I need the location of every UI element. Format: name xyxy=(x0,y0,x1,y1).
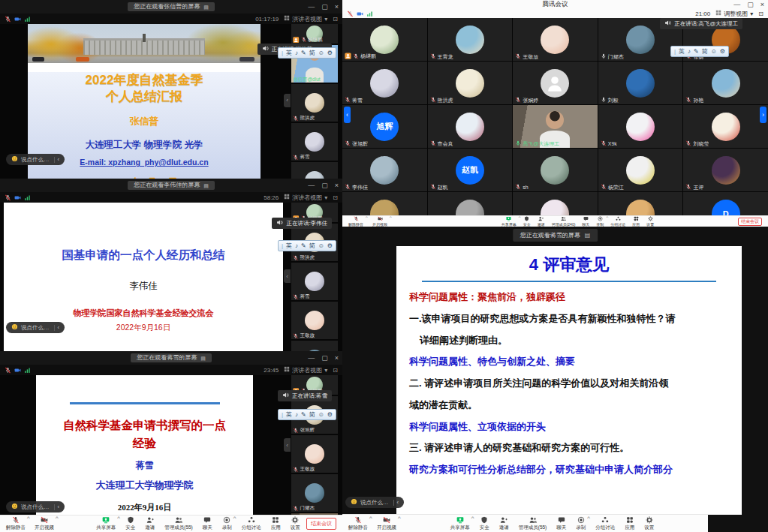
participant-cell[interactable]: D xyxy=(683,192,768,216)
ime-item[interactable]: ☺ xyxy=(318,411,324,418)
settings-button[interactable]: 设置 xyxy=(644,516,654,531)
participant-cell[interactable] xyxy=(428,192,513,216)
filmstrip-thumb[interactable]: 门耀杰 xyxy=(291,474,338,512)
participant-cell[interactable]: 王敬放 xyxy=(513,18,598,61)
ime-item[interactable]: ⚙ xyxy=(327,50,333,56)
screen-share-tab[interactable]: 您正在观看蒋雪的屏幕 ▤ xyxy=(513,229,598,242)
breakout-rooms-button[interactable]: 分组讨论 xyxy=(610,216,625,227)
participant-cell[interactable]: 赵凯赵凯 xyxy=(428,149,513,191)
participant-cell[interactable]: 旭辉张旭辉 xyxy=(342,105,427,148)
ime-item[interactable]: ⚙ xyxy=(720,48,725,55)
share-screen-button[interactable]: 共享屏幕^ xyxy=(450,516,470,531)
participant-cell[interactable]: sh xyxy=(513,149,598,191)
filmstrip-thumb[interactable]: 王敬放 xyxy=(291,302,338,339)
ime-item[interactable]: 简 xyxy=(702,47,708,56)
fullscreen-icon[interactable]: ⊡ xyxy=(333,16,338,23)
record-button[interactable]: 录制^ xyxy=(222,516,232,531)
mute-button[interactable]: 解除静音^ xyxy=(348,516,368,531)
record-button[interactable]: 录制^ xyxy=(576,516,586,531)
fullscreen-icon[interactable]: ⊡ xyxy=(758,11,763,17)
ime-item[interactable]: ☺ xyxy=(318,242,324,249)
filmstrip-collapse-button[interactable]: ‹ xyxy=(284,269,291,283)
participant-cell[interactable] xyxy=(342,192,427,216)
mute-button[interactable]: 解除静音^ xyxy=(6,516,26,531)
close-button[interactable]: × xyxy=(335,355,339,362)
invite-button[interactable]: 邀请 xyxy=(538,216,545,227)
mute-button[interactable]: 解除静音^ xyxy=(348,216,363,227)
ime-item[interactable]: ♪ xyxy=(295,411,298,418)
settings-button[interactable]: 设置 xyxy=(291,516,300,531)
participant-cell[interactable]: 杨继鹏 xyxy=(342,18,427,61)
ime-item[interactable]: 英 xyxy=(679,47,685,56)
minimize-button[interactable]: — xyxy=(308,355,315,362)
participant-cell[interactable]: 孙艳 xyxy=(683,62,768,104)
ime-item[interactable]: 英 xyxy=(286,410,292,419)
maximize-button[interactable]: ▢ xyxy=(321,4,328,11)
view-switch[interactable]: 演讲者视图▾ xyxy=(284,15,327,23)
close-button[interactable]: × xyxy=(335,182,339,189)
ime-item[interactable]: ✎ xyxy=(694,48,699,55)
participant-cell[interactable]: 杨荣江 xyxy=(598,149,683,191)
ime-item[interactable]: ♪ xyxy=(688,48,691,55)
close-button[interactable]: × xyxy=(335,4,339,11)
screen-share-tab[interactable]: 您正在观看张信普的屏幕 ▤ xyxy=(128,2,215,11)
participant-cell[interactable]: 查会真 xyxy=(428,105,513,148)
security-button[interactable]: 安全 xyxy=(523,216,531,227)
ime-item[interactable]: 英 xyxy=(286,49,292,57)
ime-item[interactable]: ☺ xyxy=(711,48,717,55)
participant-cell[interactable]: 蒋雪 xyxy=(342,62,427,104)
ime-item[interactable]: ♪ xyxy=(295,50,298,56)
filmstrip-thumb[interactable]: 熊洪虎 xyxy=(291,84,338,122)
participant-cell[interactable]: 王青龙 xyxy=(428,18,513,61)
breakout-rooms-button[interactable]: 分组讨论 xyxy=(595,516,615,531)
chat-button[interactable]: 聊天 xyxy=(203,516,212,531)
filmstrip-thumb[interactable]: 王敬放 xyxy=(291,435,338,473)
security-button[interactable]: 安全 xyxy=(125,516,135,531)
ime-item[interactable]: ☺ xyxy=(318,50,324,56)
participant-cell[interactable]: 王评 xyxy=(683,149,768,191)
participant-cell[interactable] xyxy=(513,192,598,216)
filmstrip-collapse-button[interactable]: ‹ xyxy=(284,94,291,107)
participant-cell[interactable]: 刘晓莹 xyxy=(683,105,768,148)
ime-item[interactable]: ✎ xyxy=(301,242,306,249)
filmstrip-thumb[interactable]: 蒋雪 xyxy=(291,263,338,300)
participant-cell[interactable]: X9k xyxy=(598,105,683,148)
share-screen-button[interactable]: 共享屏幕^ xyxy=(501,216,517,227)
breakout-rooms-button[interactable]: 分组讨论 xyxy=(242,516,261,531)
invite-button[interactable]: 邀请 xyxy=(145,516,155,531)
maximize-button[interactable]: ▢ xyxy=(321,182,328,189)
ime-item[interactable]: ✎ xyxy=(301,50,306,56)
manage-members-button[interactable]: 管理成员(55) xyxy=(164,516,193,531)
manage-members-button[interactable]: 管理成员(240) xyxy=(552,216,576,227)
camera-button[interactable]: 开启视频^ xyxy=(372,216,387,227)
chat-button[interactable]: 聊天 xyxy=(556,516,566,531)
ime-item[interactable]: ⚙ xyxy=(327,242,333,249)
filmstrip-thumb[interactable]: 高飞@大连理工 xyxy=(291,162,338,179)
next-page-button[interactable]: › xyxy=(760,107,766,123)
fullscreen-icon[interactable]: ⊡ xyxy=(333,194,338,201)
chat-pill[interactable]: 说点什么…‹ xyxy=(345,497,404,508)
previous-page-button[interactable]: ‹ xyxy=(344,107,351,123)
apps-button[interactable]: 应用 xyxy=(632,216,640,227)
share-screen-button[interactable]: 共享屏幕^ xyxy=(96,516,116,531)
screen-share-tab[interactable]: 您正在观看李伟佳的屏幕 ▤ xyxy=(128,181,215,190)
maximize-button[interactable]: ▢ xyxy=(747,2,754,8)
minimize-button[interactable]: — xyxy=(733,2,740,8)
apps-button[interactable]: 应用 xyxy=(625,516,634,531)
maximize-button[interactable]: ▢ xyxy=(321,355,328,362)
filmstrip-collapse-button[interactable]: ‹ xyxy=(284,438,291,452)
view-switch[interactable]: 演讲者视图▾ xyxy=(284,194,327,202)
ime-item[interactable]: ♪ xyxy=(295,242,298,249)
participant-video-cell[interactable]: 高飞@大连理工 xyxy=(513,105,598,148)
camera-button[interactable]: 开启视频^ xyxy=(35,516,54,531)
participant-cell[interactable]: 熊洪虎 xyxy=(428,62,513,104)
ime-item[interactable]: 简 xyxy=(309,242,315,250)
participant-cell[interactable]: 张娴婷 xyxy=(513,62,598,104)
ime-item[interactable]: 英 xyxy=(286,242,292,250)
security-button[interactable]: 安全 xyxy=(480,516,489,531)
minimize-button[interactable]: — xyxy=(308,4,315,11)
camera-button[interactable]: 开启视频^ xyxy=(377,516,396,531)
fullscreen-icon[interactable]: ⊡ xyxy=(333,367,338,374)
ime-item[interactable]: ⚙ xyxy=(327,411,333,418)
screen-share-tab[interactable]: 您正在观看蒋雪的屏幕 ▤ xyxy=(131,353,212,362)
